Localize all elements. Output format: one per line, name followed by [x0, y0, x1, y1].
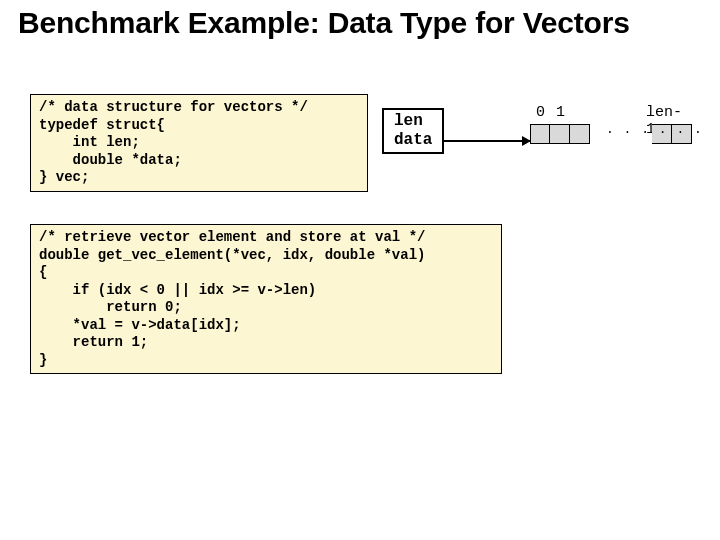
slide-title: Benchmark Example: Data Type for Vectors [0, 0, 720, 39]
struct-fields-box: len data [382, 108, 444, 154]
vector-diagram: len data 0 1 len-1 . . . . . . [382, 100, 712, 180]
index-1: 1 [556, 104, 565, 121]
array-cell [570, 124, 590, 144]
array-cell [550, 124, 570, 144]
code-block-struct: /* data structure for vectors */ typedef… [30, 94, 368, 192]
code-block-getelement: /* retrieve vector element and store at … [30, 224, 502, 374]
ellipsis-dots: . . . . . . [606, 122, 703, 137]
pointer-arrow [444, 140, 530, 142]
index-0: 0 [536, 104, 545, 121]
field-data: data [394, 131, 432, 150]
field-len: len [394, 112, 432, 131]
array-cell [530, 124, 550, 144]
